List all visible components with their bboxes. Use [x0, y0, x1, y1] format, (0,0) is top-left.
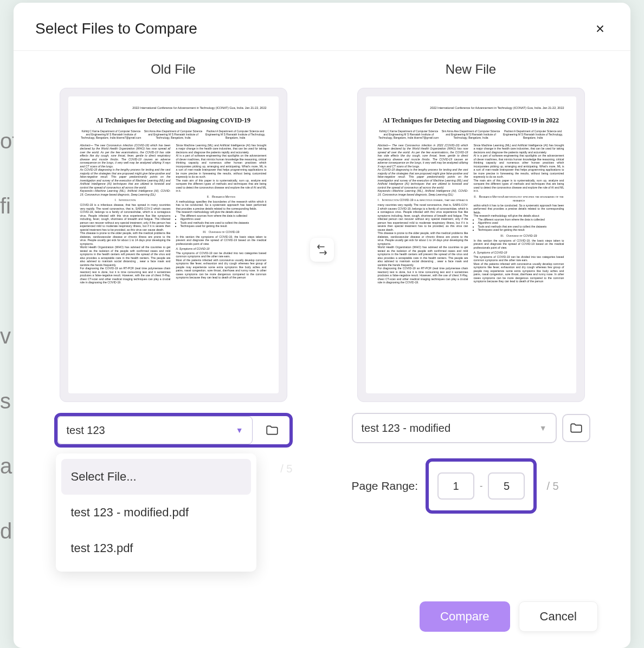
close-button[interactable] — [591, 20, 609, 37]
dropdown-item-original[interactable]: test 123.pdf — [61, 530, 251, 566]
dropdown-item-select-file[interactable]: Select File... — [61, 459, 251, 495]
new-file-page-thumbnail: 2022 International Conference for Advanc… — [366, 96, 576, 393]
cancel-button[interactable]: Cancel — [519, 601, 598, 632]
old-page-range-total: / 5 — [280, 463, 292, 475]
close-icon — [594, 23, 606, 35]
swap-icon — [316, 244, 328, 256]
dropdown-item-modified[interactable]: test 123 - modified.pdf — [61, 495, 251, 530]
modal-header: Select Files to Compare — [14, 3, 630, 51]
authors-block: Kshitij C Karne Department of Computer S… — [378, 129, 564, 139]
new-file-controls: test 123 - modified ▼ Page Range: - / 5 — [352, 413, 590, 514]
page-range-total: / 5 — [546, 480, 558, 493]
old-file-dropdown-value: test 123 — [67, 424, 105, 437]
author: Kshitij C Karne Department of Computer S… — [378, 129, 440, 139]
new-file-preview[interactable]: 2022 International Conference for Advanc… — [357, 88, 585, 402]
page-range-label: Page Range: — [352, 479, 418, 493]
new-page-range-inputs: - — [426, 458, 537, 514]
authors-block: Kshitij C Karne Department of Computer S… — [80, 129, 267, 139]
new-file-browse-button[interactable] — [562, 414, 590, 442]
modal-body: Old File 2022 International Conference f… — [14, 51, 630, 648]
caret-down-icon: ▼ — [539, 424, 547, 432]
conference-header: 2022 International Conference for Advanc… — [378, 106, 564, 110]
new-page-range-row: Page Range: - / 5 — [352, 458, 590, 514]
document-title: AI Techniques for Detecting and Diagnosi… — [80, 116, 267, 124]
caret-down-icon: ▼ — [236, 426, 243, 435]
page-range-to-input[interactable] — [488, 472, 525, 500]
document-title: AI Techniques for Detecting and Diagnosi… — [378, 116, 564, 124]
new-file-dropdown-value: test 123 - modified — [362, 422, 451, 435]
old-file-dropdown-menu: Select File... test 123 - modified.pdf t… — [56, 453, 256, 572]
compare-button[interactable]: Compare — [420, 601, 510, 632]
new-file-select-row: test 123 - modified ▼ — [352, 413, 590, 443]
author: Kshitij C Karne Department of Computer S… — [80, 129, 143, 139]
old-file-page-thumbnail: 2022 International Conference for Advanc… — [68, 96, 279, 393]
old-file-browse-button[interactable] — [258, 416, 286, 444]
old-file-select-row: test 123 ▼ Select File... test 123 - mod… — [54, 413, 293, 448]
author: Padravi A Department of Computer Science… — [502, 129, 564, 139]
swap-files-button[interactable] — [310, 238, 334, 262]
new-file-dropdown[interactable]: test 123 - modified ▼ — [352, 413, 557, 443]
folder-icon — [569, 421, 583, 435]
new-file-label: New File — [446, 62, 496, 77]
author: Sini Anna Alex Department of Computer Sc… — [142, 129, 204, 139]
page-range-from-input[interactable] — [437, 472, 474, 500]
modal-actions: Compare Cancel — [420, 601, 598, 632]
modal-title: Select Files to Compare — [35, 20, 197, 37]
compare-files-modal: Select Files to Compare Old File 2022 In… — [14, 3, 630, 648]
author: Padravi A Department of Computer Science… — [204, 129, 267, 139]
old-file-label: Old File — [151, 62, 196, 77]
new-file-pane: New File 2022 International Conference f… — [322, 62, 620, 648]
conference-header: 2022 International Conference for Advanc… — [80, 106, 267, 110]
old-file-controls: test 123 ▼ Select File... test 123 - mod… — [54, 413, 293, 475]
folder-icon — [265, 423, 279, 437]
old-file-dropdown[interactable]: test 123 ▼ Select File... test 123 - mod… — [57, 416, 253, 444]
author: Sini Anna Alex Department of Computer Sc… — [440, 129, 502, 139]
range-dash: - — [480, 481, 482, 491]
old-file-preview[interactable]: 2022 International Conference for Advanc… — [60, 88, 287, 402]
old-file-pane: Old File 2022 International Conference f… — [24, 62, 322, 648]
